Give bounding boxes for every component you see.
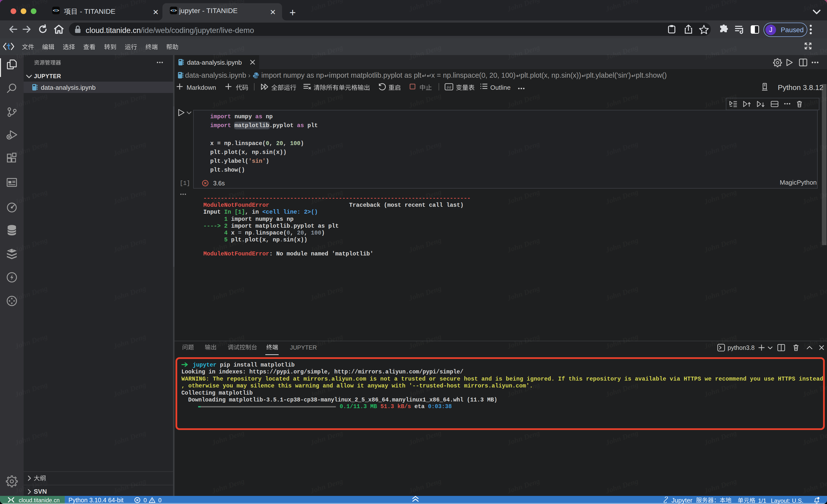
svg-text:(x): (x) (447, 85, 451, 89)
